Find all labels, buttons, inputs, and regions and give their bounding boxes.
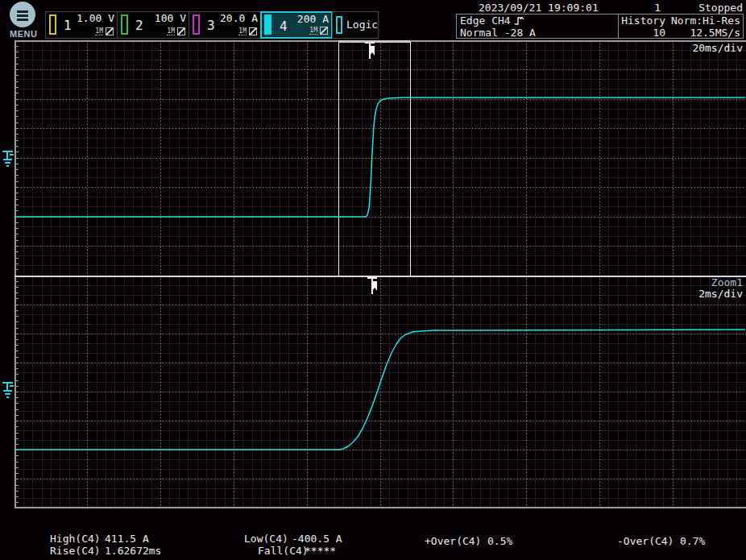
zoom1-label: Zoom1 — [711, 277, 743, 288]
meas-low-label: Low(C4) — [244, 533, 288, 545]
meas-nover-label: -Over(C4) — [617, 536, 673, 547]
meas-high-value: 411.5 A — [105, 533, 149, 545]
zoom1-graticule — [15, 276, 746, 508]
meas-pover-value: 0.5% — [487, 536, 512, 547]
meas-low-value: -400.5 A — [292, 533, 342, 545]
meas-fall-value: ***** — [305, 545, 336, 557]
ch4-ground-level-icon-main — [1, 147, 15, 170]
main-graticule — [15, 40, 746, 276]
trigger-position-marker-main — [364, 41, 377, 60]
ch4-ground-level-icon-zoom — [1, 379, 15, 401]
meas-pover-label: +Over(C4) — [425, 536, 481, 547]
trigger-position-marker-zoom — [367, 276, 379, 296]
meas-high-label: High(C4) — [50, 533, 101, 545]
meas-rise-value: 1.62672ms — [105, 545, 161, 557]
zoom-timebase-label: 2ms/div — [698, 288, 743, 300]
main-timebase-label: 20ms/div — [692, 43, 743, 54]
waveform-display-area — [0, 0, 746, 560]
meas-fall-label: Fall(C4) — [258, 545, 309, 557]
oscilloscope-screen: MENU 1 1.00 V 1M 2 100 V 1M 3 20.0 A — [0, 0, 746, 560]
meas-nover-value: 0.7% — [680, 536, 705, 547]
meas-rise-label: Rise(C4) — [50, 545, 101, 557]
